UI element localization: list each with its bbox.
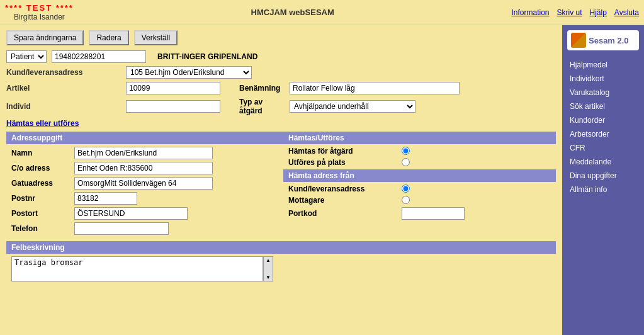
sidebar-item-allman-info[interactable]: Allmän info (562, 183, 644, 196)
artikel-label: Artikel (6, 84, 126, 93)
test-label: **** TEST **** (5, 3, 74, 13)
gatu-label: Gatuadress (11, 179, 74, 188)
co-label: C/o adress (11, 164, 74, 173)
utfores-plats-row: Utföres på plats (283, 158, 556, 167)
kund-select[interactable]: 105 Bet.hjm Oden/Erikslund (126, 66, 252, 79)
hamtas-atgard-radio[interactable] (402, 147, 410, 155)
hamtas-link[interactable]: Hämtas eller utföres (6, 119, 79, 128)
kund-lev-label: Kund/leveransadress (288, 185, 402, 193)
left-col: Adressuppgift Namn C/o adress Gatuadress… (6, 132, 283, 237)
nav-information[interactable]: Information (511, 8, 549, 17)
sidebar-item-dina-uppgifter[interactable]: Dina uppgifter (562, 169, 644, 183)
telefon-input[interactable] (74, 222, 169, 235)
sidebar-item-sok-artikel[interactable]: Sök artikel (562, 99, 644, 113)
felbeskrivning-section: Felbeskrivning Trasiga bromsar ▲ ▼ (6, 241, 556, 281)
top-bar: **** TEST **** Birgitta Isander HMCJAM w… (0, 0, 644, 25)
kund-row: Kund/leveransadress 105 Bet.hjm Oden/Eri… (6, 66, 556, 79)
postort-label: Postort (11, 209, 74, 218)
postnr-row: Postnr (6, 192, 283, 205)
telefon-row: Telefon (6, 222, 283, 235)
hamtas-atgard-label: Hämtas för åtgärd (288, 147, 402, 156)
adress-header: Adressuppgift (6, 132, 283, 144)
hamta-adress-header: Hämta adress från (283, 169, 556, 182)
hamtas-utfores-header: Hämtas/Utföres (283, 132, 556, 144)
top-nav: Information Skriv ut Hjälp Avsluta (511, 8, 639, 17)
sidebar-item-meddelande[interactable]: Meddelande (562, 155, 644, 169)
benamning-label: Benämning (239, 84, 290, 93)
scroll-up-icon: ▲ (266, 258, 271, 263)
sidebar: Sesam 2.0 Hjälpmedel Individkort Varukat… (562, 25, 644, 335)
top-left: **** TEST **** Birgitta Isander (5, 3, 74, 21)
namn-row: Namn (6, 147, 283, 159)
mottagare-row: Mottagare (283, 196, 556, 205)
scroll-down-icon: ▼ (266, 275, 271, 280)
sidebar-item-hjalpmedel[interactable]: Hjälpmedel (562, 58, 644, 72)
patient-name: BRITT-INGER GRIPENLAND (157, 52, 257, 61)
artikel-ben-row: Artikel Benämning (6, 82, 556, 94)
app-name: HMCJAM webSESAM (251, 8, 334, 17)
nav-hjalp[interactable]: Hjälp (590, 8, 607, 17)
toolbar: Spara ändringarna Radera Verkställ (6, 30, 556, 45)
logo-text: Sesam 2.0 (589, 36, 629, 45)
kund-lev-radio[interactable] (402, 185, 410, 193)
typ-select[interactable]: Avhjälpande underhåll Annat (290, 100, 415, 113)
hamtas-atgard-row: Hämtas för åtgärd (283, 147, 556, 156)
benamning-input[interactable] (290, 82, 460, 94)
user-name: Birgitta Isander (14, 13, 65, 21)
kund-label: Kund/leveransadress (6, 68, 126, 77)
artikel-input[interactable] (126, 82, 220, 94)
right-col: Hämtas/Utföres Hämtas för åtgärd Utföres… (283, 132, 556, 237)
sidebar-logo: Sesam 2.0 (567, 30, 639, 50)
telefon-label: Telefon (11, 224, 74, 233)
postnr-label: Postnr (11, 194, 74, 203)
postnr-input[interactable] (74, 192, 137, 205)
postort-input[interactable] (74, 207, 188, 220)
portkod-label: Portkod (288, 209, 402, 218)
sidebar-item-individkort[interactable]: Individkort (562, 72, 644, 86)
sidebar-item-kundorder[interactable]: Kundorder (562, 113, 644, 127)
content-area: Spara ändringarna Radera Verkställ Patie… (0, 25, 562, 335)
two-col-section: Adressuppgift Namn C/o adress Gatuadress… (6, 132, 556, 237)
mottagare-label: Mottagare (288, 196, 402, 205)
gatu-row: Gatuadress (6, 177, 283, 190)
individ-label: Individ (6, 102, 126, 111)
main-layout: Spara ändringarna Radera Verkställ Patie… (0, 25, 644, 335)
scroll-btn[interactable]: ▲ ▼ (263, 256, 273, 281)
sidebar-item-varukatalog[interactable]: Varukatalog (562, 86, 644, 99)
felbeskrivning-row: Trasiga bromsar ▲ ▼ (6, 256, 556, 281)
kund-lev-row: Kund/leveransadress (283, 185, 556, 193)
namn-input[interactable] (74, 147, 213, 159)
sidebar-item-cfr[interactable]: CFR (562, 141, 644, 155)
radera-button[interactable]: Radera (89, 30, 128, 45)
portkod-row: Portkod (283, 207, 556, 220)
co-row: C/o adress (6, 162, 283, 174)
typ-label: Typ avåtgärd (239, 98, 290, 116)
felbeskrivning-textarea[interactable]: Trasiga bromsar (11, 256, 263, 281)
sidebar-item-arbetsorder[interactable]: Arbetsorder (562, 127, 644, 141)
patient-row: Patient Kund BRITT-INGER GRIPENLAND (6, 50, 556, 63)
mottagare-radio[interactable] (402, 196, 410, 204)
utfores-plats-radio[interactable] (402, 158, 410, 166)
felbeskrivning-header: Felbeskrivning (6, 241, 556, 254)
verkstall-button[interactable]: Verkställ (134, 30, 178, 45)
gatu-input[interactable] (74, 177, 213, 190)
namn-label: Namn (11, 149, 74, 157)
patient-type-select[interactable]: Patient Kund (6, 50, 47, 63)
portkod-input[interactable] (402, 207, 465, 220)
nav-skriv-ut[interactable]: Skriv ut (556, 8, 582, 17)
nav-avsluta[interactable]: Avsluta (614, 8, 639, 17)
co-input[interactable] (74, 162, 213, 174)
postort-row: Postort (6, 207, 283, 220)
utfores-plats-label: Utföres på plats (288, 158, 402, 167)
individ-input[interactable] (126, 100, 220, 113)
personnr-input[interactable] (52, 50, 146, 63)
spara-button[interactable]: Spara ändringarna (6, 30, 84, 45)
logo-icon (571, 33, 586, 48)
